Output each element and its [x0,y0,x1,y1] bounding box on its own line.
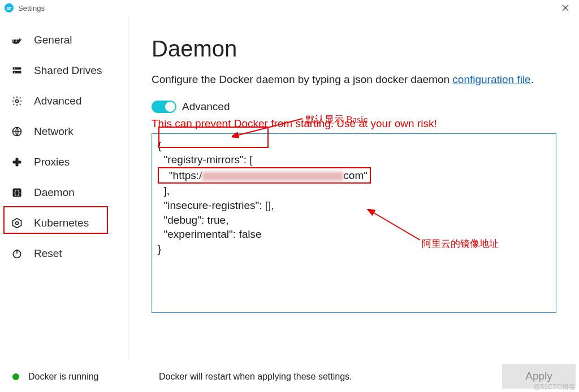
svg-point-2 [14,68,15,69]
status-text: Docker is running [28,372,99,382]
apply-button-label: Apply [525,370,552,382]
toggle-knob [165,102,175,112]
globe-icon [10,125,24,138]
svg-rect-1 [13,71,21,73]
annotation-toggle-note: 默认显示 Basic [305,113,368,126]
desc-text: Configure the Docker daemon by typing a … [152,73,452,85]
gear-icon [10,94,24,108]
app-icon [5,3,14,12]
watermark: @51CTO博客 [533,382,576,392]
svg-marker-10 [13,219,21,228]
sidebar-item-label: Network [34,125,74,138]
page-description: Configure the Docker daemon by typing a … [152,72,556,88]
toggle-label: Advanced [182,101,230,113]
drives-icon [10,64,24,77]
title-bar: Settings [0,0,579,16]
window-title: Settings [18,4,45,12]
page-title: Daemon [152,36,556,62]
sidebar-item-network[interactable]: Network [0,116,128,147]
power-icon [10,247,24,260]
sidebar: General Shared Drives Advanced Network P… [0,16,129,360]
svg-rect-7 [16,158,19,167]
status-indicator [12,373,19,380]
configuration-file-link[interactable]: configuration file [452,73,530,85]
sidebar-item-label: Reset [34,247,62,260]
redacted-text: xxxxxxxxxxxxxxxxxxxx [202,172,343,181]
sidebar-item-label: Shared Drives [34,64,102,77]
content-panel: Daemon Configure the Docker daemon by ty… [129,16,579,360]
kubernetes-icon [10,216,24,230]
sidebar-item-label: Daemon [34,186,75,199]
braces-icon: {} [10,186,24,199]
daemon-config-editor[interactable]: { "registry-mirrors": [ "https:/xxxxxxxx… [152,133,556,313]
sidebar-item-label: Proxies [34,156,70,168]
sidebar-item-kubernetes[interactable]: Kubernetes [0,208,128,238]
svg-point-3 [14,72,15,73]
advanced-toggle[interactable] [152,101,176,113]
restart-note: Docker will restart when applying these … [159,372,352,382]
sidebar-item-label: Kubernetes [34,217,89,229]
sidebar-item-label: Advanced [34,95,82,107]
sidebar-item-reset[interactable]: Reset [0,238,128,269]
svg-rect-0 [13,67,21,69]
sidebar-item-advanced[interactable]: Advanced [0,86,128,116]
sidebar-item-daemon[interactable]: {} Daemon [0,177,128,208]
sidebar-item-label: General [34,34,72,46]
sidebar-item-shared-drives[interactable]: Shared Drives [0,55,128,86]
registry-url-highlight: "https:/xxxxxxxxxxxxxxxxxxxxcom" [158,167,371,184]
annotation-mirror-note: 阿里云的镜像地址 [422,237,499,250]
desc-suffix: . [531,73,534,85]
close-icon[interactable] [556,1,574,15]
sidebar-item-proxies[interactable]: Proxies [0,147,128,177]
svg-point-4 [16,100,19,103]
proxies-icon [10,155,24,169]
whale-icon [10,33,24,47]
svg-point-11 [16,222,19,225]
svg-text:{}: {} [13,189,20,197]
sidebar-item-general[interactable]: General [0,25,128,55]
